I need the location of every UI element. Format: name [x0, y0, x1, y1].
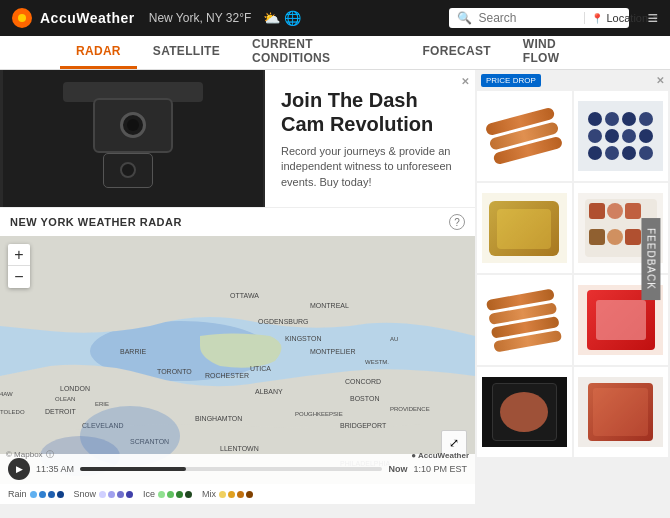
ice-legend: Ice — [143, 489, 192, 499]
feedback-tab[interactable]: FEEDBACK — [642, 218, 661, 300]
header: AccuWeather New York, NY 32°F ⛅ 🌐 🔍 📍 Lo… — [0, 0, 670, 36]
svg-text:ROCHESTER: ROCHESTER — [205, 372, 249, 379]
location-icon: 📍 — [591, 13, 603, 24]
radar-header: NEW YORK WEATHER RADAR ? — [0, 208, 475, 236]
ice-dots — [158, 491, 192, 498]
now-label: Now — [388, 464, 407, 474]
mix-dot-2 — [228, 491, 235, 498]
product-cell-sausages[interactable] — [477, 91, 572, 181]
mix-dots — [219, 491, 253, 498]
ice-label: Ice — [143, 489, 155, 499]
rain-dots — [30, 491, 64, 498]
snow-dot-2 — [108, 491, 115, 498]
right-ad-header: PRICE DROP ✕ — [475, 70, 670, 91]
ad-close-button[interactable]: ✕ — [461, 76, 469, 87]
time-end: 1:10 PM EST — [413, 464, 467, 474]
rain-legend: Rain — [8, 489, 64, 499]
nav-item-wind-flow[interactable]: WIND FLOW — [507, 36, 610, 69]
svg-text:4AW: 4AW — [0, 391, 13, 397]
zoom-out-button[interactable]: − — [8, 266, 30, 288]
rain-dot-2 — [39, 491, 46, 498]
legend-bar: Rain Snow — [0, 484, 475, 504]
right-ad-close-button[interactable]: ✕ — [656, 75, 664, 86]
mix-dot-3 — [237, 491, 244, 498]
ad-image — [0, 70, 265, 207]
accuweather-logo-icon — [12, 8, 32, 28]
svg-text:ERIE: ERIE — [95, 401, 109, 407]
header-weather-icons: ⛅ 🌐 — [263, 10, 301, 26]
nav-item-forecast[interactable]: FORECAST — [406, 36, 506, 69]
svg-text:DETROIT: DETROIT — [45, 408, 76, 415]
svg-text:POUGHKEEPSIE: POUGHKEEPSIE — [295, 411, 343, 417]
svg-text:WESTM.: WESTM. — [365, 359, 389, 365]
svg-text:OTTAWA: OTTAWA — [230, 292, 259, 299]
map-info-icon[interactable]: ⓘ — [46, 449, 54, 460]
rain-dot-3 — [48, 491, 55, 498]
time-slider-fill — [80, 467, 186, 471]
svg-text:OLEAN: OLEAN — [55, 396, 75, 402]
search-bar[interactable]: 🔍 📍 Location ▼ — [449, 8, 629, 28]
zoom-controls: + − — [8, 244, 30, 288]
svg-text:LONDON: LONDON — [60, 385, 90, 392]
mix-dot-1 — [219, 491, 226, 498]
map-attribution: © Mapbox ⓘ — [6, 449, 54, 460]
product-cell-salami[interactable] — [574, 367, 669, 457]
rain-dot-4 — [57, 491, 64, 498]
product-cell-deli[interactable] — [477, 367, 572, 457]
accuweather-watermark: ● AccuWeather — [411, 451, 469, 460]
radar-title: NEW YORK WEATHER RADAR — [10, 216, 182, 228]
time-start: 11:35 AM — [36, 464, 74, 474]
map-playback-controls: ▶ 11:35 AM Now 1:10 PM EST — [0, 454, 475, 484]
ad-description: Record your journeys & provide an indepe… — [281, 144, 459, 190]
map-container[interactable]: OTTAWA MONTREAL OGDENSBURG KINGSTON MONT… — [0, 236, 475, 484]
header-location: New York, NY 32°F — [149, 11, 252, 25]
zoom-in-button[interactable]: + — [8, 244, 30, 266]
snow-dots — [99, 491, 133, 498]
ad-title: Join The Dash Cam Revolution — [281, 88, 459, 136]
snow-legend: Snow — [74, 489, 134, 499]
svg-text:AU: AU — [390, 336, 398, 342]
search-input[interactable] — [478, 11, 578, 25]
rain-label: Rain — [8, 489, 27, 499]
svg-text:CONCORD: CONCORD — [345, 378, 381, 385]
price-drop-badge: PRICE DROP — [481, 74, 541, 87]
product-cell-food1[interactable] — [477, 183, 572, 273]
mix-label: Mix — [202, 489, 216, 499]
play-button[interactable]: ▶ — [8, 458, 30, 480]
mix-dot-4 — [246, 491, 253, 498]
snow-dot-1 — [99, 491, 106, 498]
svg-text:OGDENSBURG: OGDENSBURG — [258, 318, 309, 325]
svg-text:MONTPELIER: MONTPELIER — [310, 348, 356, 355]
main-content: Ad — [0, 70, 670, 518]
left-panel: Ad — [0, 70, 475, 518]
svg-text:BRIDGEPORT: BRIDGEPORT — [340, 422, 387, 429]
radar-section: NEW YORK WEATHER RADAR ? — [0, 208, 475, 504]
ice-dot-2 — [167, 491, 174, 498]
hamburger-menu-button[interactable]: ≡ — [647, 8, 658, 29]
brand-name: AccuWeather — [40, 10, 135, 26]
nav-item-satellite[interactable]: SATELLITE — [137, 36, 236, 69]
nav-item-current-conditions[interactable]: CURRENT CONDITIONS — [236, 36, 406, 69]
svg-text:MONTREAL: MONTREAL — [310, 302, 349, 309]
ice-dot-4 — [185, 491, 192, 498]
time-slider[interactable] — [80, 467, 382, 471]
svg-text:KINGSTON: KINGSTON — [285, 335, 321, 342]
nav-item-radar[interactable]: RADAR — [60, 36, 137, 69]
ad-content: ✕ Join The Dash Cam Revolution Record yo… — [265, 70, 475, 207]
svg-text:TORONTO: TORONTO — [157, 368, 192, 375]
snow-label: Snow — [74, 489, 97, 499]
radar-help-button[interactable]: ? — [449, 214, 465, 230]
product-cell-sausages2[interactable] — [477, 275, 572, 365]
ice-dot-1 — [158, 491, 165, 498]
svg-text:TOLEDO: TOLEDO — [0, 409, 25, 415]
snow-dot-3 — [117, 491, 124, 498]
svg-text:ALBANY: ALBANY — [255, 388, 283, 395]
svg-text:PROVIDENCE: PROVIDENCE — [390, 406, 430, 412]
rain-dot-1 — [30, 491, 37, 498]
snow-dot-4 — [126, 491, 133, 498]
mix-legend: Mix — [202, 489, 253, 499]
svg-text:BOSTON: BOSTON — [350, 395, 379, 402]
navigation-bar: RADAR SATELLITE CURRENT CONDITIONS FOREC… — [0, 36, 670, 70]
svg-text:BINGHAMTON: BINGHAMTON — [195, 415, 242, 422]
product-cell-blueberries[interactable] — [574, 91, 669, 181]
